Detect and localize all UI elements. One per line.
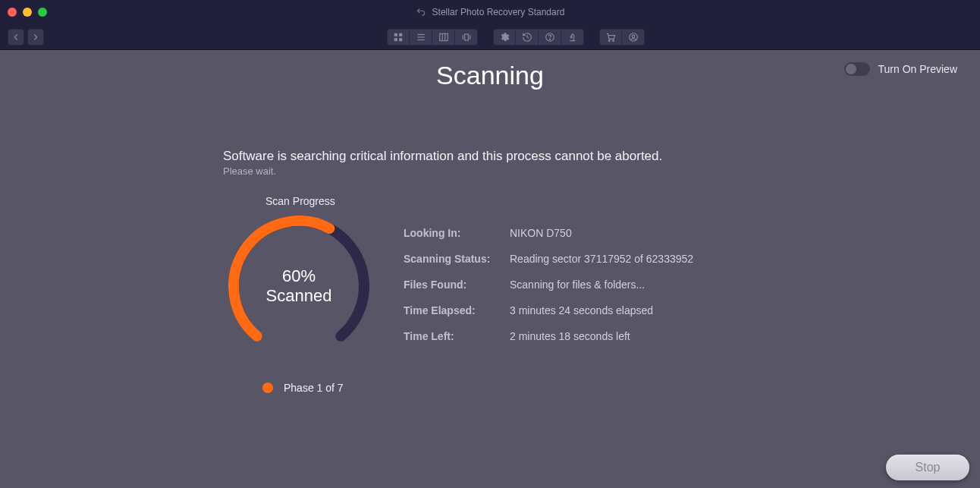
help-icon: [545, 32, 555, 43]
scan-content: Software is searching critical informati…: [223, 149, 950, 394]
view-columns-button[interactable]: [432, 29, 455, 46]
cart-icon: [605, 32, 616, 43]
maximize-window-button[interactable]: [38, 8, 47, 17]
scan-gauge: 60% Scanned: [223, 210, 375, 362]
titlebar: Stellar Photo Recovery Standard: [0, 0, 980, 24]
preview-toggle[interactable]: [844, 62, 870, 76]
info-label-files-found: Files Found:: [404, 279, 502, 291]
svg-rect-1: [399, 33, 402, 36]
phase-text: Phase 1 of 7: [284, 382, 344, 394]
chevron-right-icon: [30, 32, 41, 43]
view-list-button[interactable]: [410, 29, 432, 46]
grid-icon: [393, 32, 404, 43]
svg-rect-2: [394, 38, 397, 41]
scan-row: 60% Scanned Looking In: NIKON D750 Scann…: [223, 210, 950, 362]
stop-button[interactable]: Stop: [886, 455, 969, 480]
svg-point-16: [608, 39, 610, 41]
info-label-scanning-status: Scanning Status:: [404, 253, 502, 265]
info-label-time-elapsed: Time Elapsed:: [404, 304, 502, 316]
svg-rect-3: [399, 38, 402, 41]
close-window-button[interactable]: [8, 8, 17, 17]
window-title: Stellar Photo Recovery Standard: [0, 0, 980, 24]
chevron-left-icon: [11, 32, 21, 43]
info-value-scanning-status: Reading sector 37117952 of 62333952: [510, 253, 693, 265]
info-label-looking-in: Looking In:: [404, 227, 502, 239]
gauge-text: 60% Scanned: [223, 210, 375, 362]
info-value-time-left: 2 minutes 18 seconds left: [510, 330, 693, 342]
stop-button-label: Stop: [916, 461, 941, 474]
profile-button[interactable]: [622, 29, 645, 46]
gauge-percent: 60%: [282, 266, 316, 286]
phase-indicator: Phase 1 of 7: [262, 382, 950, 394]
history-icon: [522, 32, 532, 43]
tools-group: [493, 29, 584, 46]
nav-forward-button[interactable]: [27, 29, 44, 46]
svg-point-14: [549, 39, 550, 39]
status-secondary: Please wait.: [223, 165, 950, 177]
toolbar: [0, 24, 980, 50]
user-icon: [628, 32, 639, 43]
svg-point-19: [632, 35, 635, 38]
svg-rect-0: [394, 33, 397, 36]
toggle-knob: [846, 64, 856, 74]
phase-dot-icon: [262, 383, 273, 393]
columns-icon: [438, 32, 449, 43]
page-title: Scanning: [0, 61, 980, 90]
svg-rect-7: [439, 33, 448, 40]
view-mode-group: [387, 29, 478, 46]
info-value-looking-in: NIKON D750: [510, 227, 693, 239]
buy-button[interactable]: [599, 29, 622, 46]
account-group: [599, 29, 645, 46]
info-grid: Looking In: NIKON D750 Scanning Status: …: [404, 227, 693, 342]
minimize-window-button[interactable]: [23, 8, 32, 17]
list-icon: [416, 32, 426, 43]
info-value-time-elapsed: 3 minutes 24 seconds elapsed: [510, 304, 693, 316]
info-label-time-left: Time Left:: [404, 330, 502, 342]
svg-point-15: [570, 36, 572, 37]
help-button[interactable]: [539, 29, 561, 46]
nav-arrows: [8, 29, 44, 46]
view-grid-button[interactable]: [387, 29, 410, 46]
info-value-files-found: Scanning for files & folders...: [510, 279, 693, 291]
preview-toggle-row: Turn On Preview: [844, 62, 957, 76]
view-coverflow-button[interactable]: [455, 29, 478, 46]
settings-button[interactable]: [493, 29, 516, 46]
window-controls: [8, 8, 47, 17]
nav-back-button[interactable]: [8, 29, 24, 46]
svg-rect-10: [464, 33, 468, 39]
svg-point-17: [613, 39, 614, 41]
gear-icon: [499, 32, 510, 43]
window-title-text: Stellar Photo Recovery Standard: [432, 7, 565, 17]
scan-progress-label: Scan Progress: [265, 195, 950, 207]
undo-icon: [416, 7, 426, 17]
preview-toggle-label: Turn On Preview: [878, 63, 957, 75]
support-button[interactable]: [561, 29, 584, 46]
microscope-icon: [567, 32, 578, 43]
coverflow-icon: [461, 32, 472, 43]
history-button[interactable]: [516, 29, 539, 46]
gauge-scanned-label: Scanned: [266, 286, 332, 306]
status-primary: Software is searching critical informati…: [223, 149, 950, 164]
